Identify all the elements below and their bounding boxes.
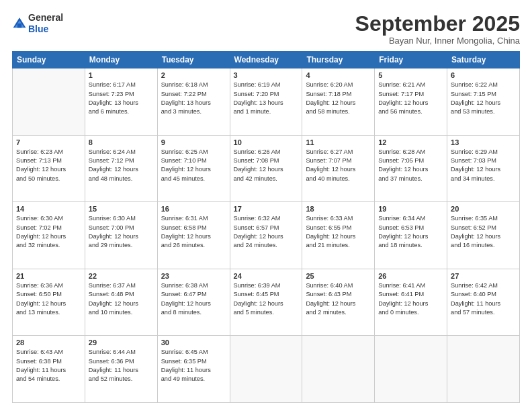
calendar-cell: 20Sunrise: 6:35 AM Sunset: 6:52 PM Dayli… [447, 202, 520, 269]
calendar-cell [13, 68, 85, 136]
day-number: 11 [306, 138, 371, 146]
day-number: 14 [16, 205, 81, 213]
calendar-cell: 23Sunrise: 6:38 AM Sunset: 6:47 PM Dayli… [157, 269, 230, 336]
day-info: Sunrise: 6:30 AM Sunset: 7:02 PM Dayligh… [16, 214, 81, 250]
day-number: 30 [161, 338, 226, 347]
day-info: Sunrise: 6:27 AM Sunset: 7:07 PM Dayligh… [306, 148, 371, 183]
calendar-cell: 18Sunrise: 6:33 AM Sunset: 6:55 PM Dayli… [302, 202, 375, 269]
page: General Blue September 2025 Bayan Nur, I… [0, 0, 532, 411]
calendar-week-row: 7Sunrise: 6:23 AM Sunset: 7:13 PM Daylig… [13, 135, 520, 202]
calendar-cell: 10Sunrise: 6:26 AM Sunset: 7:08 PM Dayli… [230, 135, 302, 202]
calendar-cell: 27Sunrise: 6:42 AM Sunset: 6:40 PM Dayli… [447, 269, 520, 336]
calendar-cell: 12Sunrise: 6:28 AM Sunset: 7:05 PM Dayli… [375, 135, 447, 202]
day-info: Sunrise: 6:23 AM Sunset: 7:13 PM Dayligh… [16, 148, 81, 183]
day-info: Sunrise: 6:42 AM Sunset: 6:40 PM Dayligh… [451, 281, 516, 317]
day-info: Sunrise: 6:30 AM Sunset: 7:00 PM Dayligh… [89, 214, 154, 250]
day-info: Sunrise: 6:44 AM Sunset: 6:36 PM Dayligh… [89, 348, 154, 383]
day-info: Sunrise: 6:20 AM Sunset: 7:18 PM Dayligh… [306, 81, 371, 116]
logo-icon [12, 16, 27, 31]
day-number: 10 [234, 138, 299, 146]
calendar-cell: 5Sunrise: 6:21 AM Sunset: 7:17 PM Daylig… [375, 68, 447, 136]
calendar-cell: 11Sunrise: 6:27 AM Sunset: 7:07 PM Dayli… [302, 135, 375, 202]
day-number: 6 [451, 71, 516, 79]
calendar-cell [375, 336, 447, 403]
weekday-header: Thursday [302, 52, 375, 68]
calendar-cell [302, 336, 375, 403]
day-info: Sunrise: 6:25 AM Sunset: 7:10 PM Dayligh… [161, 148, 226, 183]
day-number: 23 [161, 272, 226, 280]
day-number: 25 [306, 272, 371, 280]
day-info: Sunrise: 6:43 AM Sunset: 6:38 PM Dayligh… [16, 348, 81, 383]
calendar-cell: 6Sunrise: 6:22 AM Sunset: 7:15 PM Daylig… [447, 68, 520, 136]
day-number: 17 [234, 205, 299, 213]
calendar-cell: 7Sunrise: 6:23 AM Sunset: 7:13 PM Daylig… [13, 135, 85, 202]
svg-rect-2 [17, 24, 21, 28]
day-info: Sunrise: 6:33 AM Sunset: 6:55 PM Dayligh… [306, 214, 371, 250]
weekday-header: Saturday [447, 52, 520, 68]
month-title: September 2025 [355, 12, 520, 36]
calendar-cell: 14Sunrise: 6:30 AM Sunset: 7:02 PM Dayli… [13, 202, 85, 269]
calendar-table: SundayMondayTuesdayWednesdayThursdayFrid… [12, 51, 520, 403]
day-info: Sunrise: 6:26 AM Sunset: 7:08 PM Dayligh… [234, 148, 299, 183]
calendar-cell: 13Sunrise: 6:29 AM Sunset: 7:03 PM Dayli… [447, 135, 520, 202]
day-info: Sunrise: 6:22 AM Sunset: 7:15 PM Dayligh… [451, 81, 516, 116]
calendar-cell: 26Sunrise: 6:41 AM Sunset: 6:41 PM Dayli… [375, 269, 447, 336]
calendar-week-row: 21Sunrise: 6:36 AM Sunset: 6:50 PM Dayli… [13, 269, 520, 336]
calendar-cell: 21Sunrise: 6:36 AM Sunset: 6:50 PM Dayli… [13, 269, 85, 336]
day-number: 16 [161, 205, 226, 213]
day-info: Sunrise: 6:17 AM Sunset: 7:23 PM Dayligh… [89, 81, 154, 116]
logo-general-text: General [28, 12, 63, 23]
header: General Blue September 2025 Bayan Nur, I… [12, 12, 520, 46]
day-number: 15 [89, 205, 154, 213]
logo: General Blue [12, 12, 63, 35]
day-info: Sunrise: 6:39 AM Sunset: 6:45 PM Dayligh… [234, 281, 299, 317]
day-number: 13 [451, 138, 516, 146]
day-number: 21 [16, 272, 81, 280]
calendar-cell: 22Sunrise: 6:37 AM Sunset: 6:48 PM Dayli… [85, 269, 157, 336]
calendar-week-row: 28Sunrise: 6:43 AM Sunset: 6:38 PM Dayli… [13, 336, 520, 403]
day-number: 7 [16, 138, 81, 146]
location-subtitle: Bayan Nur, Inner Mongolia, China [355, 36, 520, 46]
calendar-cell: 4Sunrise: 6:20 AM Sunset: 7:18 PM Daylig… [302, 68, 375, 136]
calendar-cell: 1Sunrise: 6:17 AM Sunset: 7:23 PM Daylig… [85, 68, 157, 136]
day-number: 1 [89, 71, 154, 79]
day-number: 18 [306, 205, 371, 213]
calendar-cell [230, 336, 302, 403]
calendar-cell [447, 336, 520, 403]
day-info: Sunrise: 6:36 AM Sunset: 6:50 PM Dayligh… [16, 281, 81, 317]
day-info: Sunrise: 6:31 AM Sunset: 6:58 PM Dayligh… [161, 214, 226, 250]
day-number: 8 [89, 138, 154, 146]
day-number: 24 [234, 272, 299, 280]
day-number: 26 [378, 272, 443, 280]
day-number: 9 [161, 138, 226, 146]
day-number: 22 [89, 272, 154, 280]
calendar-cell: 17Sunrise: 6:32 AM Sunset: 6:57 PM Dayli… [230, 202, 302, 269]
day-number: 5 [378, 71, 443, 79]
day-info: Sunrise: 6:45 AM Sunset: 6:35 PM Dayligh… [161, 348, 226, 383]
day-info: Sunrise: 6:38 AM Sunset: 6:47 PM Dayligh… [161, 281, 226, 317]
calendar-cell: 30Sunrise: 6:45 AM Sunset: 6:35 PM Dayli… [157, 336, 230, 403]
day-info: Sunrise: 6:35 AM Sunset: 6:52 PM Dayligh… [451, 214, 516, 250]
day-number: 3 [234, 71, 299, 79]
weekday-header: Monday [85, 52, 157, 68]
logo-text: General Blue [28, 12, 63, 35]
day-info: Sunrise: 6:19 AM Sunset: 7:20 PM Dayligh… [234, 81, 299, 116]
calendar-cell: 2Sunrise: 6:18 AM Sunset: 7:22 PM Daylig… [157, 68, 230, 136]
day-number: 4 [306, 71, 371, 79]
calendar-cell: 28Sunrise: 6:43 AM Sunset: 6:38 PM Dayli… [13, 336, 85, 403]
calendar-cell: 24Sunrise: 6:39 AM Sunset: 6:45 PM Dayli… [230, 269, 302, 336]
calendar-cell: 29Sunrise: 6:44 AM Sunset: 6:36 PM Dayli… [85, 336, 157, 403]
day-info: Sunrise: 6:37 AM Sunset: 6:48 PM Dayligh… [89, 281, 154, 317]
title-block: September 2025 Bayan Nur, Inner Mongolia… [355, 12, 520, 46]
day-info: Sunrise: 6:29 AM Sunset: 7:03 PM Dayligh… [451, 148, 516, 183]
day-info: Sunrise: 6:28 AM Sunset: 7:05 PM Dayligh… [378, 148, 443, 183]
day-info: Sunrise: 6:18 AM Sunset: 7:22 PM Dayligh… [161, 81, 226, 116]
calendar-cell: 16Sunrise: 6:31 AM Sunset: 6:58 PM Dayli… [157, 202, 230, 269]
weekday-header: Tuesday [157, 52, 230, 68]
weekday-header: Sunday [13, 52, 85, 68]
calendar-header-row: SundayMondayTuesdayWednesdayThursdayFrid… [13, 52, 520, 68]
calendar-cell: 19Sunrise: 6:34 AM Sunset: 6:53 PM Dayli… [375, 202, 447, 269]
weekday-header: Wednesday [230, 52, 302, 68]
day-number: 27 [451, 272, 516, 280]
day-number: 2 [161, 71, 226, 79]
